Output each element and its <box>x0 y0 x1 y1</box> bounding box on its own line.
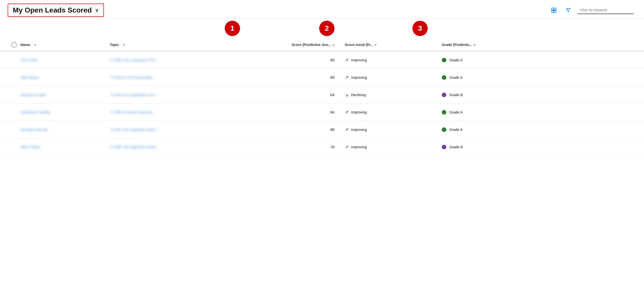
cell-grade: Grade A <box>442 127 539 132</box>
annotations-area: 1 2 3 <box>0 18 644 39</box>
lead-topic: T-1400 Job Signature Mont... <box>110 145 159 149</box>
svg-rect-3 <box>554 10 556 13</box>
cell-trend: ↗ Improving <box>345 57 442 63</box>
cell-score: 84 <box>237 110 345 114</box>
cell-trend: ↗ Improving <box>345 75 442 80</box>
cell-topic: T-1400 Job Signature Mont... <box>110 127 237 132</box>
svg-rect-2 <box>552 10 554 13</box>
cell-score: 64 <box>237 93 345 97</box>
lead-topic: T-1400 A-100 Automation <box>110 75 153 80</box>
lead-name[interactable]: Mike Fisher <box>20 145 40 149</box>
trend-label: Improving <box>351 58 367 62</box>
table-row[interactable]: Harrison Curtis T-1400 Your Signature Pr… <box>0 86 644 104</box>
cell-trend: ↗ Improving <box>345 144 442 150</box>
trend-label: Improving <box>351 75 367 80</box>
lead-topic: T-1400 Grande Expresso <box>110 110 153 114</box>
cell-topic: T-1400 Your Signature Pro... <box>110 58 237 62</box>
trend-arrow-icon: ↘ <box>345 92 349 98</box>
cell-topic: T-1400 Job Signature Mont... <box>110 145 237 149</box>
col-grade-label: Grade (Predictiv... <box>442 43 472 47</box>
annotation-badge-3: 3 <box>412 21 428 36</box>
col-header-score[interactable]: Score (Predictive Sco... ∨ <box>237 43 345 47</box>
cell-grade: Grade A <box>442 110 539 115</box>
table-container: Name ↓ ∨ Topic ↑ ∨ Score (Predictive Sco… <box>0 39 644 156</box>
score-value: 64 <box>330 93 335 97</box>
lead-name[interactable]: Alex Baker <box>20 75 39 80</box>
col-trend-chevron-icon: ∨ <box>375 43 377 47</box>
cell-trend: ↘ Declining <box>345 92 442 98</box>
score-value: 66 <box>330 58 335 62</box>
cell-name[interactable]: Alex Baker <box>20 75 110 80</box>
cell-trend: ↗ Improving <box>345 127 442 132</box>
table-row[interactable]: Valentina Franklin T-1400 Grande Express… <box>0 104 644 121</box>
lead-name[interactable]: Lily Fisher <box>20 58 38 62</box>
lead-topic: T-1400 Job Signature Mont... <box>110 127 159 132</box>
col-header-trend[interactable]: Score trend (Pr... ∨ <box>345 43 442 47</box>
header-actions <box>549 5 634 15</box>
trend-arrow-icon: ↗ <box>345 109 349 115</box>
lead-name[interactable]: Harrison Curtis <box>20 93 46 97</box>
select-all-checkbox[interactable] <box>11 42 17 48</box>
trend-arrow-icon: ↗ <box>345 127 349 132</box>
lead-name[interactable]: Annalise Berndt <box>20 127 47 132</box>
lead-topic: T-1400 Your Signature Pro... <box>110 93 158 97</box>
grade-dot-icon <box>442 58 446 62</box>
col-grade-chevron-icon: ∨ <box>473 43 475 47</box>
score-value: 89 <box>330 75 335 80</box>
cell-grade: Grade A <box>442 58 539 62</box>
svg-rect-0 <box>552 8 554 10</box>
table-row[interactable]: Alex Baker T-1400 A-100 Automation 89 ↗ … <box>0 69 644 86</box>
cell-score: 88 <box>237 127 345 132</box>
trend-label: Improving <box>351 145 367 149</box>
col-name-sort-icon: ↓ <box>31 43 33 46</box>
col-name-chevron-icon: ∨ <box>34 43 36 47</box>
grade-dot-icon <box>442 93 446 97</box>
grade-label: Grade B <box>449 145 463 149</box>
trend-label: Improving <box>351 110 367 114</box>
cell-name[interactable]: Annalise Berndt <box>20 127 110 132</box>
col-score-label: Score (Predictive Sco... <box>291 43 331 47</box>
edit-columns-button[interactable] <box>549 5 559 15</box>
lead-name[interactable]: Valentina Franklin <box>20 110 51 114</box>
view-title-text: My Open Leads Scored <box>13 6 92 14</box>
col-trend-label: Score trend (Pr... <box>345 43 373 47</box>
trend-label: Improving <box>351 128 367 132</box>
trend-arrow-icon: ↗ <box>345 57 349 63</box>
cell-name[interactable]: Harrison Curtis <box>20 93 110 97</box>
col-topic-label: Topic <box>110 43 119 47</box>
cell-grade: Grade B <box>442 145 539 149</box>
grade-label: Grade A <box>449 110 462 114</box>
cell-topic: T-1400 Grande Expresso <box>110 110 237 114</box>
view-title-button[interactable]: My Open Leads Scored ∨ <box>8 4 104 17</box>
lead-topic: T-1400 Your Signature Pro... <box>110 58 158 62</box>
trend-label: Declining <box>351 93 366 97</box>
col-header-name[interactable]: Name ↓ ∨ <box>20 43 110 47</box>
cell-grade: Grade B <box>442 93 539 97</box>
keyword-filter-input[interactable] <box>578 6 634 14</box>
filter-button[interactable] <box>563 5 573 15</box>
table-row[interactable]: Lily Fisher T-1400 Your Signature Pro...… <box>0 51 644 69</box>
cell-score: 66 <box>237 58 345 62</box>
grade-label: Grade A <box>449 58 462 62</box>
app-container: My Open Leads Scored ∨ <box>0 0 644 290</box>
svg-rect-1 <box>554 8 556 10</box>
table-row[interactable]: Mike Fisher T-1400 Job Signature Mont...… <box>0 138 644 156</box>
col-name-label: Name <box>20 43 30 47</box>
grade-label: Grade A <box>449 75 462 80</box>
annotation-badge-1: 1 <box>225 21 240 36</box>
table-body: Lily Fisher T-1400 Your Signature Pro...… <box>0 51 644 156</box>
filter-icon <box>565 7 571 13</box>
grade-label: Grade A <box>449 128 462 132</box>
trend-arrow-icon: ↗ <box>345 144 349 150</box>
col-header-grade[interactable]: Grade (Predictiv... ∨ <box>442 43 539 47</box>
cell-name[interactable]: Mike Fisher <box>20 145 110 149</box>
col-topic-sort-icon: ↑ <box>120 43 122 46</box>
grade-dot-icon <box>442 127 446 132</box>
select-all-checkbox-cell <box>8 42 20 48</box>
col-header-topic[interactable]: Topic ↑ ∨ <box>110 43 237 47</box>
cell-name[interactable]: Lily Fisher <box>20 58 110 62</box>
cell-name[interactable]: Valentina Franklin <box>20 110 110 114</box>
top-section: My Open Leads Scored ∨ <box>0 0 644 18</box>
score-value: 78 <box>330 145 335 149</box>
table-row[interactable]: Annalise Berndt T-1400 Job Signature Mon… <box>0 121 644 138</box>
